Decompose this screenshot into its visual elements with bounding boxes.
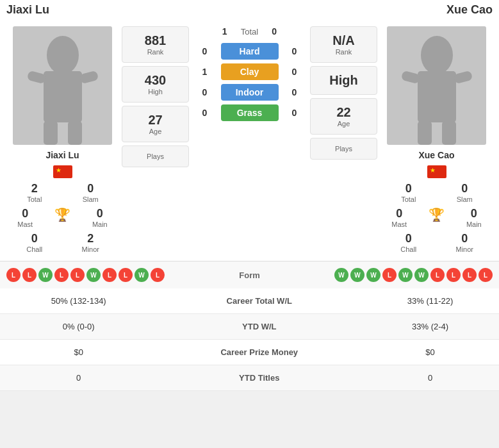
left-high-box: 430 High [122,66,189,103]
stats-right-value: 0 [361,365,499,391]
grass-row: 0 Grass 0 [192,104,307,121]
right-stat-row-1: 0 Total 0 Slam [380,182,493,203]
form-badge: W [350,268,364,282]
form-badge: L [430,268,445,282]
svg-rect-3 [79,71,99,85]
right-rank-box: N/A Rank [310,26,377,63]
left-stat-row-2: 0 Mast 🏆 0 Main [6,207,119,228]
form-badge: L [446,268,461,282]
left-player-name: Jiaxi Lu [6,150,119,160]
stats-right-value: 33% (2-4) [361,314,499,340]
main-container: Jiaxi Lu Xue Cao [0,0,499,391]
svg-rect-8 [400,71,420,85]
stats-center-label: Career Total W/L [157,288,361,314]
form-badge: W [334,268,348,282]
right-stat-row-2: 0 Mast 🏆 0 Main [380,207,493,228]
left-plays-box: Plays [122,145,189,167]
form-badge: W [366,268,380,282]
left-chall-stat: 0 Chall [6,232,63,253]
svg-rect-10 [418,121,432,145]
right-player-name: Xue Cao [380,150,493,160]
left-minor-stat: 2 Minor [63,232,119,253]
left-total-stat: 2 Total [6,182,63,203]
stats-row: 0 YTD Titles 0 [0,365,499,391]
left-trophy-icon: 🏆 [44,207,81,228]
left-main-stat: 0 Main [81,207,119,228]
svg-point-6 [421,36,453,74]
form-badge: L [479,268,493,282]
right-flag [427,165,446,178]
right-silhouette [398,33,475,145]
left-stat-row-1: 2 Total 0 Slam [6,182,119,203]
stats-row: $0 Career Prize Money $0 [0,340,499,365]
right-player-area: Xue Cao 0 Total 0 Slam 0 Mast [380,26,493,254]
right-slam-stat: 0 Slam [437,182,493,203]
svg-rect-2 [26,71,46,85]
player-name-header: Jiaxi Lu Xue Cao [0,0,499,20]
top-section: Jiaxi Lu 2 Total 0 Slam 0 Mas [0,20,499,261]
right-total-stat: 0 Total [380,182,437,203]
left-silhouette [24,33,101,145]
stats-table: 50% (132-134) Career Total W/L 33% (11-2… [0,288,499,391]
court-col: 1 Total 0 0 Hard 0 1 Clay 0 0 [192,26,307,167]
right-trophy-icon: 🏆 [418,207,455,228]
stats-left-value: $0 [0,340,157,365]
hard-row: 0 Hard 0 [192,43,307,60]
right-age-box: 22 Age [310,98,377,135]
left-age-box: 27 Age [122,106,189,142]
left-mid-col: 881 Rank 430 High 27 Age Plays [122,26,189,167]
svg-rect-11 [442,121,456,145]
right-form-badges: WWWLWWLLLL [334,268,493,282]
right-plays-box: Plays [310,138,377,160]
stats-left-value: 50% (132-134) [0,288,157,314]
right-mast-stat: 0 Mast [380,207,418,228]
form-label: Form [239,270,260,280]
svg-point-0 [47,36,79,74]
stats-left-value: 0% (0-0) [0,314,157,340]
left-player-area: Jiaxi Lu 2 Total 0 Slam 0 Mas [6,26,119,254]
form-badge: L [119,268,133,282]
svg-rect-4 [44,121,58,145]
form-badge: W [398,268,413,282]
stats-left-value: 0 [0,365,157,391]
left-player-name-header: Jiaxi Lu [6,3,49,17]
form-badge: L [462,268,477,282]
form-badge: L [70,268,85,282]
right-main-stat: 0 Main [455,207,493,228]
form-badge: L [22,268,37,282]
left-form-badges: LLWLLWLLWL [6,268,165,282]
form-badge: W [414,268,429,282]
left-mast-stat: 0 Mast [6,207,44,228]
form-badge: L [6,268,20,282]
form-badge: W [38,268,53,282]
stats-center-label: YTD W/L [157,314,361,340]
center-area: 881 Rank 430 High 27 Age Plays [122,26,377,167]
stats-right-value: $0 [361,340,499,365]
left-avatar [13,26,112,145]
stats-center-label: Career Prize Money [157,340,361,365]
indoor-row: 0 Indoor 0 [192,84,307,101]
form-badge: L [151,268,165,282]
right-mid-col: N/A Rank High 22 Age Plays [310,26,377,167]
stats-right-value: 33% (11-22) [361,288,499,314]
left-slam-stat: 0 Slam [63,182,119,203]
svg-rect-1 [44,71,82,122]
total-row: 1 Total 0 [192,26,307,37]
left-rank-box: 881 Rank [122,26,189,63]
left-stat-row-3: 0 Chall 2 Minor [6,232,119,253]
stats-row: 0% (0-0) YTD W/L 33% (2-4) [0,314,499,340]
svg-rect-5 [68,121,82,145]
form-badge: W [86,268,101,282]
form-badge: L [382,268,397,282]
form-badge: L [54,268,69,282]
form-badge: W [135,268,149,282]
stats-center-label: YTD Titles [157,365,361,391]
right-stat-row-3: 0 Chall 0 Minor [380,232,493,253]
right-player-name-header: Xue Cao [446,3,493,17]
form-badge: L [102,268,117,282]
right-avatar [387,26,486,145]
form-section: LLWLLWLLWL Form WWWLWWLLLL [0,261,499,288]
clay-row: 1 Clay 0 [192,63,307,80]
right-high-box: High [310,66,377,95]
svg-rect-9 [453,71,473,85]
